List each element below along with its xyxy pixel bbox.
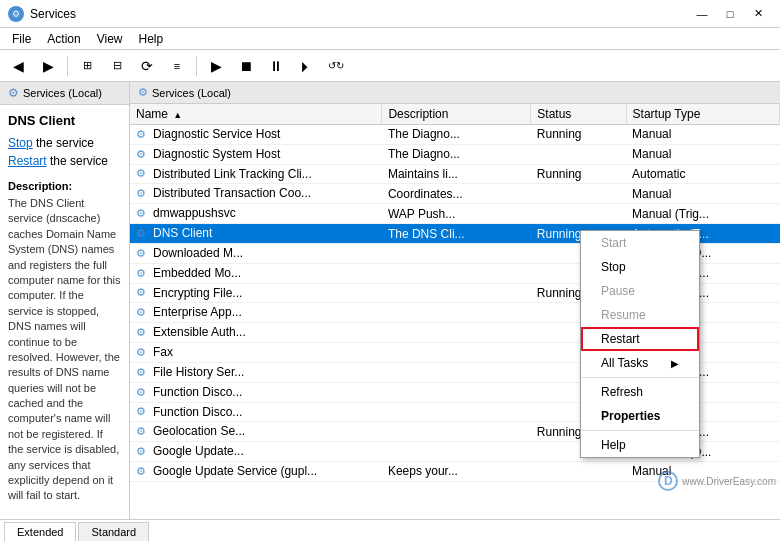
stop-service-link[interactable]: Stop the service [8,136,121,150]
cell-description: Coordinates... [382,184,531,204]
title-bar-text: Services [30,7,76,21]
description-section: Description: The DNS Client service (dns… [8,180,121,504]
cell-description [382,343,531,363]
cell-description [382,362,531,382]
left-panel-title: Services (Local) [23,87,102,99]
cell-description [382,243,531,263]
context-restart[interactable]: Restart [581,327,699,351]
cell-description [382,263,531,283]
cell-name: ⚙Embedded Mo... [130,263,382,283]
restart-service-link[interactable]: Restart the service [8,154,121,168]
service-title: DNS Client [8,113,121,128]
menu-help[interactable]: Help [131,30,172,48]
watermark-text: www.DriverEasy.com [682,476,776,487]
toolbar-forward[interactable]: ▶ [34,53,62,79]
cell-description: Keeps your... [382,462,531,482]
context-resume[interactable]: Resume [581,303,699,327]
cell-name: ⚙dmwappushsvc [130,204,382,224]
maximize-button[interactable]: □ [716,4,744,24]
toolbar-properties[interactable]: ≡ [163,53,191,79]
cell-name: ⚙Google Update Service (gupl... [130,462,382,482]
minimize-button[interactable]: — [688,4,716,24]
cell-status [531,144,626,164]
restart-text: the service [47,154,108,168]
menu-file[interactable]: File [4,30,39,48]
menu-action[interactable]: Action [39,30,88,48]
context-start[interactable]: Start [581,231,699,255]
desc-label: Description: [8,180,121,192]
cell-name: ⚙Google Update... [130,442,382,462]
main-content: ⚙ Services (Local) DNS Client Stop the s… [0,82,780,519]
col-startup[interactable]: Startup Type [626,104,779,125]
col-description[interactable]: Description [382,104,531,125]
cell-description [382,323,531,343]
cell-name: ⚙Diagnostic System Host [130,144,382,164]
cell-description: Maintains li... [382,164,531,184]
tab-extended[interactable]: Extended [4,522,76,542]
cell-description: The Diagno... [382,125,531,145]
panel-content: DNS Client Stop the service Restart the … [0,105,129,512]
table-row[interactable]: ⚙dmwappushsvc WAP Push... Manual (Trig..… [130,204,780,224]
toolbar-map[interactable]: ⊟ [103,53,131,79]
status-bar: Extended Standard [0,519,780,543]
stop-link[interactable]: Stop [8,136,33,150]
right-panel-title: Services (Local) [152,87,231,99]
context-sep-2 [581,430,699,431]
cell-name: ⚙Function Disco... [130,402,382,422]
context-sep-1 [581,377,699,378]
close-button[interactable]: ✕ [744,4,772,24]
cell-name: ⚙File History Ser... [130,362,382,382]
toolbar-stop[interactable]: ⏹ [232,53,260,79]
cell-status: Running [531,164,626,184]
context-pause[interactable]: Pause [581,279,699,303]
cell-description [382,402,531,422]
col-name[interactable]: Name ▲ [130,104,382,125]
app-icon: ⚙ [8,6,24,22]
table-row[interactable]: ⚙Diagnostic System Host The Diagno... Ma… [130,144,780,164]
cell-name: ⚙DNS Client [130,224,382,244]
cell-status [531,462,626,482]
cell-startup: Manual [626,144,779,164]
table-row[interactable]: ⚙Distributed Link Tracking Cli... Mainta… [130,164,780,184]
col-status[interactable]: Status [531,104,626,125]
cell-description [382,442,531,462]
context-all-tasks[interactable]: All Tasks ▶ [581,351,699,375]
toolbar-up[interactable]: ⊞ [73,53,101,79]
context-properties[interactable]: Properties [581,404,699,428]
context-help[interactable]: Help [581,433,699,457]
title-bar-controls: — □ ✕ [688,4,772,24]
table-row[interactable]: ⚙Diagnostic Service Host The Diagno... R… [130,125,780,145]
cell-name: ⚙Extensible Auth... [130,323,382,343]
toolbar-sep-2 [196,56,197,76]
cell-name: ⚙Downloaded M... [130,243,382,263]
title-bar: ⚙ Services — □ ✕ [0,0,780,28]
watermark-icon: D [658,471,678,491]
menu-view[interactable]: View [89,30,131,48]
cell-description: The DNS Cli... [382,224,531,244]
context-stop[interactable]: Stop [581,255,699,279]
desc-text: The DNS Client service (dnscache) caches… [8,196,121,504]
toolbar-resume[interactable]: ⏵ [292,53,320,79]
watermark: D www.DriverEasy.com [658,471,776,491]
cell-name: ⚙Distributed Transaction Coo... [130,184,382,204]
toolbar-back[interactable]: ◀ [4,53,32,79]
toolbar-pause[interactable]: ⏸ [262,53,290,79]
left-panel: ⚙ Services (Local) DNS Client Stop the s… [0,82,130,519]
toolbar-refresh[interactable]: ⟳ [133,53,161,79]
cell-status [531,184,626,204]
cell-startup: Manual [626,125,779,145]
restart-link[interactable]: Restart [8,154,47,168]
tab-standard[interactable]: Standard [78,522,149,541]
cell-description: WAP Push... [382,204,531,224]
toolbar-restart[interactable]: ↺↻ [322,53,350,79]
toolbar-play[interactable]: ▶ [202,53,230,79]
stop-text: the service [33,136,94,150]
services-local-icon: ⚙ [8,86,19,100]
context-menu: Start Stop Pause Resume Restart All Task… [580,230,700,458]
context-refresh[interactable]: Refresh [581,380,699,404]
cell-name: ⚙Distributed Link Tracking Cli... [130,164,382,184]
cell-startup: Automatic [626,164,779,184]
table-row[interactable]: ⚙Distributed Transaction Coo... Coordina… [130,184,780,204]
cell-description: The Diagno... [382,144,531,164]
toolbar-sep-1 [67,56,68,76]
